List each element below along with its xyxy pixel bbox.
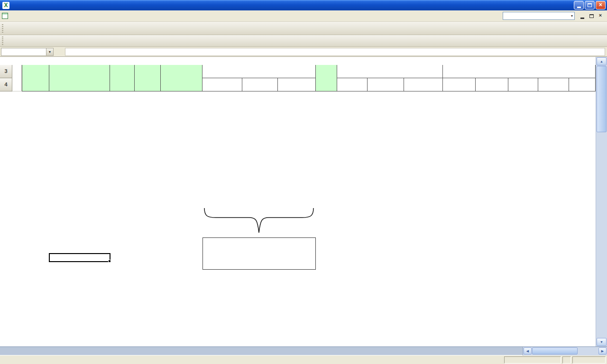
status-bar (0, 355, 607, 364)
scroll-left-icon[interactable]: ◀ (524, 347, 532, 355)
workbook-close-button[interactable]: × (597, 12, 604, 19)
row-header-4[interactable]: 4 (0, 78, 12, 91)
table-header-band: 3 4 (0, 65, 596, 91)
vertical-scroll-thumb[interactable] (597, 66, 607, 132)
horizontal-scrollbar[interactable]: ◀ ▶ (523, 347, 607, 355)
header-date[interactable] (22, 65, 49, 91)
status-panel (504, 356, 561, 364)
header-cash[interactable] (242, 78, 278, 91)
header-current-ac[interactable] (202, 78, 242, 91)
header-gross[interactable] (404, 78, 443, 91)
scroll-up-icon[interactable]: ▲ (597, 57, 607, 65)
header-sales-receipts[interactable] (337, 65, 443, 78)
workbook-minimize-button[interactable] (579, 12, 586, 19)
header-net[interactable] (337, 78, 368, 91)
brace-shape (203, 206, 314, 236)
header-other-receipts-group (443, 65, 596, 91)
toolbar-grip[interactable] (2, 36, 3, 45)
vertical-scroll-track[interactable] (596, 132, 607, 337)
header-total-received[interactable] (202, 65, 316, 78)
minimize-button[interactable] (574, 1, 584, 9)
name-box-dropdown-icon[interactable]: ▾ (46, 48, 54, 56)
name-box[interactable] (1, 48, 46, 56)
scroll-down-icon[interactable]: ▼ (597, 338, 607, 346)
header-loans[interactable] (508, 78, 538, 91)
row-header-3[interactable]: 3 (0, 65, 12, 78)
header-sales-receipts-group (337, 65, 443, 91)
cell-A3[interactable] (12, 65, 22, 91)
help-search-box[interactable]: ▾ (503, 12, 575, 20)
header-total-received-group (202, 65, 316, 91)
header-uncleared-items[interactable] (161, 65, 202, 91)
standard-toolbar (0, 22, 607, 35)
header-vat[interactable] (368, 78, 404, 91)
toolbar-grip[interactable] (2, 24, 3, 33)
header-vat-rate[interactable] (316, 65, 337, 91)
horizontal-scroll-thumb[interactable] (532, 347, 578, 355)
horizontal-scroll-track[interactable] (578, 347, 598, 355)
header-other[interactable] (278, 78, 316, 91)
menu-bar: ▾ × (0, 10, 607, 22)
workbook-restore-button[interactable] (588, 12, 595, 19)
sheet-tab-bar: ◀ ▶ (0, 346, 607, 355)
title-bar: X × (0, 0, 607, 10)
restore-button[interactable] (585, 1, 595, 9)
help-box-dropdown-icon[interactable]: ▾ (571, 14, 573, 18)
excel-app-icon: X (2, 2, 9, 9)
header-other-receipts[interactable] (443, 65, 596, 78)
workbook-icon (2, 13, 8, 19)
scroll-right-icon[interactable]: ▶ (598, 347, 607, 355)
selected-cell-outline[interactable] (49, 253, 110, 262)
note-box[interactable] (202, 237, 316, 270)
formatting-toolbar (0, 35, 607, 47)
spreadsheet-grid[interactable]: 3 4 (0, 57, 596, 346)
header-bank-interest[interactable] (538, 78, 569, 91)
header-paying-in-book[interactable] (135, 65, 161, 91)
formula-bar: ▾ (0, 47, 607, 57)
header-others[interactable] (569, 78, 596, 91)
vertical-scrollbar[interactable]: ▲ ▼ (596, 57, 607, 346)
header-capital-introduced[interactable] (443, 78, 476, 91)
status-num-lock (562, 356, 571, 364)
header-bank-transfers[interactable] (476, 78, 508, 91)
formula-input[interactable] (65, 48, 605, 56)
status-panel (572, 356, 606, 364)
header-details[interactable] (49, 65, 110, 91)
header-si-number[interactable] (110, 65, 135, 91)
close-button[interactable]: × (596, 1, 606, 9)
